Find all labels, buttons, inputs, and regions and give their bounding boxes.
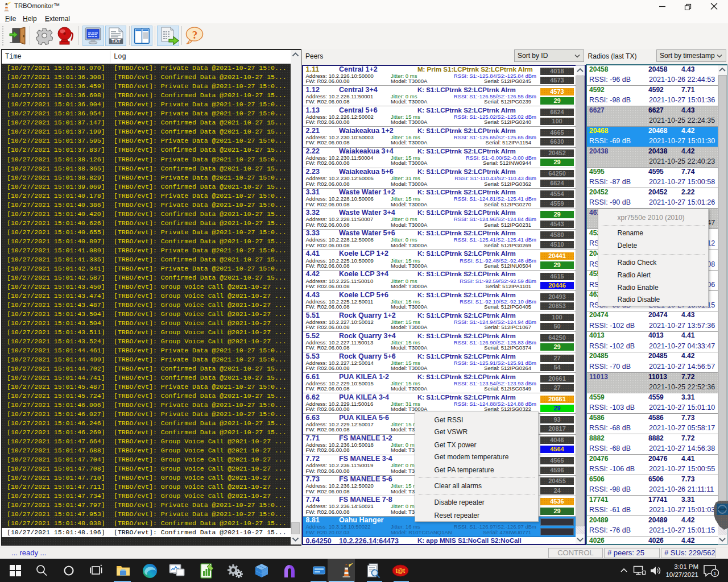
svg-text:t@t: t@t xyxy=(396,568,406,574)
svg-text:?: ? xyxy=(192,29,198,41)
svg-text:1: 1 xyxy=(713,569,716,576)
svg-text:TXT: TXT xyxy=(111,38,121,44)
